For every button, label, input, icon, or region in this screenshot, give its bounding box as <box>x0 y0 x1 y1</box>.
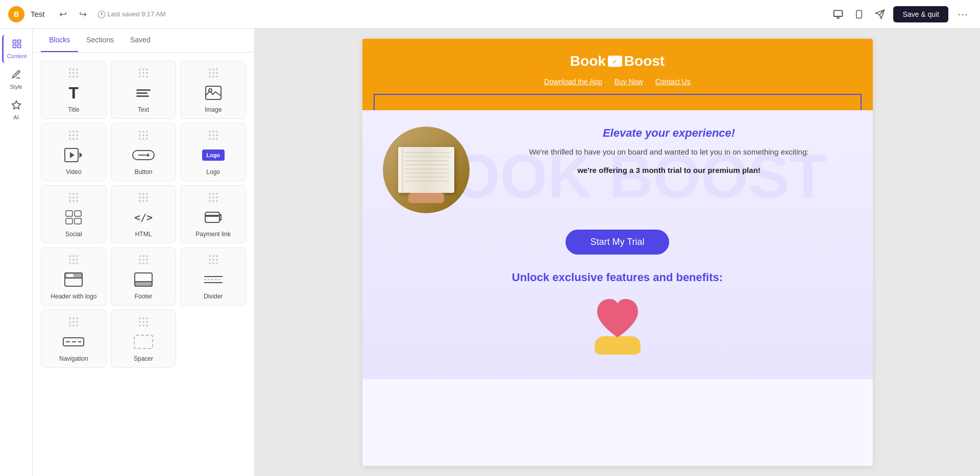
footer-block-icon <box>134 270 153 289</box>
save-quit-button[interactable]: Save & quit <box>893 6 948 22</box>
block-text-dots <box>139 68 148 78</box>
mobile-view-button[interactable] <box>851 6 867 22</box>
svg-rect-5 <box>13 40 16 43</box>
block-text[interactable]: Text <box>111 61 177 119</box>
book-image <box>383 127 470 213</box>
block-header-dots <box>69 255 78 264</box>
app-title: Test <box>31 10 45 18</box>
svg-marker-13 <box>80 153 82 158</box>
block-logo[interactable]: Logo Logo <box>180 123 246 181</box>
svg-rect-6 <box>18 40 21 43</box>
heart-icon <box>592 296 643 342</box>
tab-blocks[interactable]: Blocks <box>41 29 78 52</box>
svg-rect-8 <box>18 45 21 48</box>
svg-rect-0 <box>834 10 843 16</box>
block-navigation-dots <box>69 317 78 327</box>
start-trial-button[interactable]: Start My Trial <box>566 230 669 255</box>
block-divider-dots <box>209 255 218 264</box>
block-button-dots <box>139 131 148 140</box>
block-divider[interactable]: Divider <box>180 247 246 306</box>
blocks-tabs: Blocks Sections Saved <box>33 29 254 53</box>
text-block-icon <box>136 84 151 102</box>
block-button[interactable]: Button <box>111 123 177 181</box>
send-preview-button[interactable] <box>872 6 888 22</box>
scallop-svg <box>375 95 861 110</box>
email-logo: Book ✓ Boost <box>373 53 863 69</box>
block-footer-dots <box>139 255 148 264</box>
sidebar-item-style[interactable]: Style <box>2 65 31 94</box>
button-block-icon <box>132 146 155 164</box>
tab-saved[interactable]: Saved <box>122 29 159 52</box>
email-paragraph2: we're offering a 3 month trial to our pr… <box>486 164 852 177</box>
scallop-border <box>373 94 863 110</box>
app-logo: B <box>8 6 24 22</box>
block-social[interactable]: Social <box>41 185 107 243</box>
divider-block-icon <box>204 270 223 289</box>
block-social-dots <box>69 193 78 202</box>
email-canvas: Book ✓ Boost Download the App Buy Now Co… <box>362 39 873 466</box>
block-logo-dots <box>209 131 218 140</box>
block-navigation-label: Navigation <box>59 355 88 362</box>
block-title[interactable]: T Title <box>41 61 107 119</box>
svg-rect-20 <box>75 211 81 216</box>
block-payment-dots <box>209 193 218 202</box>
tab-sections[interactable]: Sections <box>78 29 122 52</box>
block-title-dots <box>69 68 78 78</box>
block-html[interactable]: </> HTML <box>111 185 177 243</box>
blocks-panel: Blocks Sections Saved T Title Text <box>33 29 255 476</box>
block-payment-link[interactable]: Payment link <box>180 185 246 243</box>
heart-graphic <box>592 296 643 355</box>
svg-rect-21 <box>66 218 72 224</box>
video-block-icon <box>64 146 83 164</box>
block-html-dots <box>139 193 148 202</box>
bookboost-logo: Book ✓ Boost <box>570 53 665 69</box>
email-nav: Download the App Buy Now Contact Us <box>373 78 863 86</box>
html-block-icon: </> <box>134 208 153 227</box>
block-video[interactable]: Video <box>41 123 107 181</box>
block-video-dots <box>69 131 78 140</box>
desktop-view-button[interactable] <box>830 6 846 22</box>
redo-button[interactable]: ↪ <box>75 7 91 22</box>
block-header-label: Header with logo <box>51 293 96 300</box>
svg-marker-9 <box>12 101 20 109</box>
email-header-block[interactable]: Book ✓ Boost Download the App Buy Now Co… <box>362 39 873 110</box>
more-options-button[interactable]: ⋯ <box>953 6 972 22</box>
block-divider-label: Divider <box>204 293 223 300</box>
block-spacer-dots <box>139 317 148 327</box>
logo-arrow-icon: ✓ <box>608 56 622 67</box>
block-navigation[interactable]: Navigation <box>41 310 107 368</box>
email-headline: Elevate your experience! <box>486 127 852 140</box>
block-header-with-logo[interactable]: Header with logo <box>41 247 107 306</box>
nav-buy[interactable]: Buy Now <box>615 78 643 86</box>
sidebar-item-style-label: Style <box>10 84 22 90</box>
sidebar-item-ai-label: AI <box>13 114 18 120</box>
header-block-icon <box>64 270 83 289</box>
email-content-row: Elevate your experience! We're thrilled … <box>383 127 852 213</box>
block-image[interactable]: Image <box>180 61 246 119</box>
ai-icon <box>11 100 21 112</box>
svg-rect-23 <box>205 212 219 222</box>
sidebar-item-ai[interactable]: AI <box>2 96 31 124</box>
nav-download[interactable]: Download the App <box>544 78 602 86</box>
heart-section <box>383 296 852 363</box>
undo-button[interactable]: ↩ <box>55 7 71 22</box>
svg-rect-1 <box>856 10 862 18</box>
cta-section: Start My Trial <box>383 230 852 255</box>
block-title-label: Title <box>68 106 79 113</box>
block-footer[interactable]: Footer <box>111 247 177 306</box>
style-icon <box>11 69 21 82</box>
block-text-label: Text <box>138 106 149 113</box>
block-social-label: Social <box>65 231 82 238</box>
canvas-area[interactable]: Book ✓ Boost Download the App Buy Now Co… <box>255 29 980 476</box>
block-image-label: Image <box>205 106 222 113</box>
sidebar-item-content[interactable]: Content <box>2 35 31 63</box>
svg-rect-22 <box>75 218 81 224</box>
social-block-icon <box>65 208 82 227</box>
sidebar-icons: Content Style AI <box>0 29 33 476</box>
block-button-label: Button <box>135 168 153 176</box>
nav-contact[interactable]: Contact Us <box>655 78 691 86</box>
payment-block-icon <box>205 208 222 227</box>
svg-rect-30 <box>66 274 74 277</box>
blocks-grid: T Title Text Image <box>33 53 254 376</box>
block-spacer[interactable]: Spacer <box>111 310 177 368</box>
